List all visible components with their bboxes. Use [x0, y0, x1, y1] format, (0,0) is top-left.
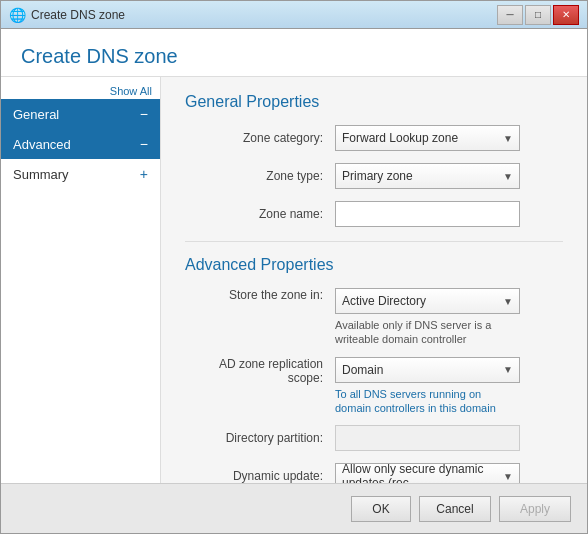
dynamic-update-dropdown[interactable]: Allow only secure dynamic updates (rec ▼ [335, 463, 520, 483]
page-header: Create DNS zone [1, 29, 587, 77]
footer: OK Cancel Apply [1, 483, 587, 533]
close-button[interactable]: ✕ [553, 5, 579, 25]
directory-partition-row: Directory partition: [185, 425, 563, 451]
cancel-button[interactable]: Cancel [419, 496, 491, 522]
zone-type-row: Zone type: Primary zone ▼ [185, 163, 563, 189]
ad-replication-hint: To all DNS servers running on domain con… [335, 387, 520, 416]
form-panel: General Properties Zone category: Forwar… [161, 77, 587, 483]
main-window: 🌐 Create DNS zone ─ □ ✕ Create DNS zone … [0, 0, 588, 534]
zone-type-value: Primary zone [342, 169, 413, 183]
section-divider [185, 241, 563, 242]
sidebar-item-advanced[interactable]: Advanced − [1, 129, 160, 159]
title-bar: 🌐 Create DNS zone ─ □ ✕ [1, 1, 587, 29]
ad-replication-label: AD zone replication scope: [185, 357, 335, 385]
dynamic-update-arrow: ▼ [503, 471, 513, 482]
sidebar: Show All General − Advanced − Summary + [1, 77, 161, 483]
ad-replication-value: Domain [342, 363, 383, 377]
store-zone-value: Active Directory [342, 294, 426, 308]
window-icon: 🌐 [9, 7, 25, 23]
zone-category-dropdown[interactable]: Forward Lookup zone ▼ [335, 125, 520, 151]
advanced-icon: − [140, 136, 148, 152]
zone-category-label: Zone category: [185, 131, 335, 145]
apply-button[interactable]: Apply [499, 496, 571, 522]
zone-category-arrow: ▼ [503, 133, 513, 144]
summary-icon: + [140, 166, 148, 182]
store-zone-hint: Available only if DNS server is a writea… [335, 318, 520, 347]
store-zone-arrow: ▼ [503, 296, 513, 307]
main-layout: Show All General − Advanced − Summary + … [1, 77, 587, 483]
page-title: Create DNS zone [21, 45, 178, 67]
general-properties-title: General Properties [185, 93, 563, 111]
dynamic-update-value: Allow only secure dynamic updates (rec [342, 462, 499, 483]
advanced-section: Advanced Properties Store the zone in: A… [185, 256, 563, 483]
directory-partition-control [335, 425, 563, 451]
zone-type-label: Zone type: [185, 169, 335, 183]
directory-partition-label: Directory partition: [185, 431, 335, 445]
ad-replication-row: AD zone replication scope: Domain ▼ To a… [185, 357, 563, 416]
store-zone-label: Store the zone in: [185, 288, 335, 302]
zone-type-arrow: ▼ [503, 171, 513, 182]
ad-replication-control: Domain ▼ To all DNS servers running on d… [335, 357, 563, 416]
general-icon: − [140, 106, 148, 122]
store-zone-row: Store the zone in: Active Directory ▼ Av… [185, 288, 563, 347]
ad-replication-dropdown[interactable]: Domain ▼ [335, 357, 520, 383]
dynamic-update-control: Allow only secure dynamic updates (rec ▼ [335, 463, 563, 483]
zone-name-label: Zone name: [185, 207, 335, 221]
zone-category-control: Forward Lookup zone ▼ [335, 125, 563, 151]
zone-category-value: Forward Lookup zone [342, 131, 458, 145]
dynamic-update-row: Dynamic update: Allow only secure dynami… [185, 463, 563, 483]
dynamic-update-label: Dynamic update: [185, 469, 335, 483]
title-bar-controls: ─ □ ✕ [497, 5, 579, 25]
zone-name-row: Zone name: [185, 201, 563, 227]
ok-button[interactable]: OK [351, 496, 411, 522]
zone-name-input[interactable] [335, 201, 520, 227]
zone-name-control [335, 201, 563, 227]
zone-type-dropdown[interactable]: Primary zone ▼ [335, 163, 520, 189]
zone-type-control: Primary zone ▼ [335, 163, 563, 189]
ad-replication-arrow: ▼ [503, 364, 513, 375]
title-bar-text: Create DNS zone [31, 8, 497, 22]
show-all-link[interactable]: Show All [1, 83, 160, 99]
sidebar-item-general[interactable]: General − [1, 99, 160, 129]
directory-partition-input [335, 425, 520, 451]
sidebar-item-summary[interactable]: Summary + [1, 159, 160, 189]
store-zone-control: Active Directory ▼ Available only if DNS… [335, 288, 563, 347]
zone-category-row: Zone category: Forward Lookup zone ▼ [185, 125, 563, 151]
advanced-properties-title: Advanced Properties [185, 256, 563, 274]
content-area: Create DNS zone Show All General − Advan… [1, 29, 587, 533]
minimize-button[interactable]: ─ [497, 5, 523, 25]
store-zone-dropdown[interactable]: Active Directory ▼ [335, 288, 520, 314]
restore-button[interactable]: □ [525, 5, 551, 25]
